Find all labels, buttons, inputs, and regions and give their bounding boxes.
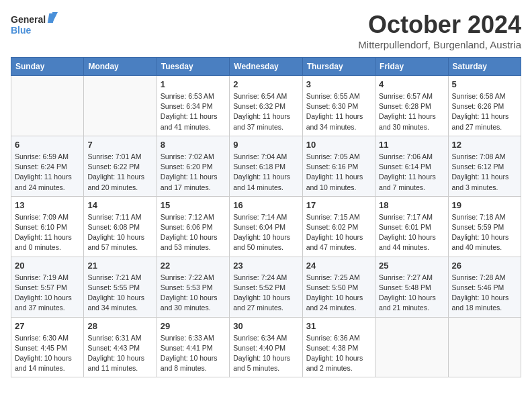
day-info: Sunrise: 7:27 AMSunset: 5:48 PMDaylight:… — [379, 273, 444, 314]
calendar-week-5: 27Sunrise: 6:30 AMSunset: 4:45 PMDayligh… — [11, 317, 521, 377]
day-number: 8 — [161, 140, 226, 150]
calendar-cell: 25Sunrise: 7:27 AMSunset: 5:48 PMDayligh… — [375, 257, 448, 317]
day-info: Sunrise: 7:22 AMSunset: 5:53 PMDaylight:… — [161, 273, 226, 314]
page-header: General Blue October 2024 Mitterpullendo… — [11, 11, 521, 50]
day-number: 11 — [379, 140, 444, 150]
day-info: Sunrise: 6:55 AMSunset: 6:30 PMDaylight:… — [306, 91, 371, 132]
day-number: 17 — [306, 200, 371, 210]
day-number: 4 — [379, 79, 444, 89]
day-number: 23 — [233, 261, 298, 271]
day-number: 16 — [233, 200, 298, 210]
calendar-cell: 24Sunrise: 7:25 AMSunset: 5:50 PMDayligh… — [302, 257, 375, 317]
calendar-cell: 20Sunrise: 7:19 AMSunset: 5:57 PMDayligh… — [11, 257, 84, 317]
day-number: 13 — [15, 200, 80, 210]
col-wednesday: Wednesday — [230, 58, 302, 76]
day-info: Sunrise: 6:57 AMSunset: 6:28 PMDaylight:… — [379, 91, 444, 132]
day-info: Sunrise: 6:36 AMSunset: 4:38 PMDaylight:… — [306, 333, 371, 374]
day-info: Sunrise: 6:34 AMSunset: 4:40 PMDaylight:… — [233, 333, 298, 374]
day-info: Sunrise: 7:04 AMSunset: 6:18 PMDaylight:… — [233, 152, 298, 193]
calendar-cell: 21Sunrise: 7:21 AMSunset: 5:55 PMDayligh… — [84, 257, 157, 317]
calendar-week-3: 13Sunrise: 7:09 AMSunset: 6:10 PMDayligh… — [11, 196, 521, 257]
day-number: 15 — [161, 200, 226, 210]
svg-text:Blue: Blue — [11, 25, 32, 36]
day-info: Sunrise: 6:30 AMSunset: 4:45 PMDaylight:… — [15, 333, 80, 374]
day-number: 10 — [306, 140, 371, 150]
calendar-cell: 9Sunrise: 7:04 AMSunset: 6:18 PMDaylight… — [230, 136, 302, 196]
day-number: 5 — [452, 79, 517, 89]
day-number: 22 — [161, 261, 226, 271]
calendar-cell: 15Sunrise: 7:12 AMSunset: 6:06 PMDayligh… — [157, 196, 229, 257]
calendar-cell: 18Sunrise: 7:17 AMSunset: 6:01 PMDayligh… — [375, 196, 448, 257]
day-number: 27 — [15, 321, 80, 331]
calendar-cell — [84, 76, 157, 136]
day-info: Sunrise: 7:06 AMSunset: 6:14 PMDaylight:… — [379, 152, 444, 193]
day-number: 2 — [233, 79, 298, 89]
day-number: 14 — [87, 200, 152, 210]
col-saturday: Saturday — [448, 58, 521, 76]
day-info: Sunrise: 7:25 AMSunset: 5:50 PMDaylight:… — [306, 273, 371, 314]
calendar-cell: 23Sunrise: 7:24 AMSunset: 5:52 PMDayligh… — [230, 257, 302, 317]
day-number: 1 — [161, 79, 226, 89]
calendar-cell: 1Sunrise: 6:53 AMSunset: 6:34 PMDaylight… — [157, 76, 229, 136]
logo-svg: General Blue — [11, 11, 58, 40]
day-info: Sunrise: 6:53 AMSunset: 6:34 PMDaylight:… — [161, 91, 226, 132]
calendar-table: Sunday Monday Tuesday Wednesday Thursday… — [11, 57, 521, 377]
month-title: October 2024 — [358, 11, 521, 39]
day-info: Sunrise: 7:02 AMSunset: 6:20 PMDaylight:… — [161, 152, 226, 193]
day-info: Sunrise: 7:12 AMSunset: 6:06 PMDaylight:… — [161, 212, 226, 253]
day-number: 25 — [379, 261, 444, 271]
calendar-cell: 30Sunrise: 6:34 AMSunset: 4:40 PMDayligh… — [230, 317, 302, 377]
calendar-cell: 17Sunrise: 7:15 AMSunset: 6:02 PMDayligh… — [302, 196, 375, 257]
col-thursday: Thursday — [302, 58, 375, 76]
location-subtitle: Mitterpullendorf, Burgenland, Austria — [358, 39, 521, 50]
day-info: Sunrise: 6:54 AMSunset: 6:32 PMDaylight:… — [233, 91, 298, 132]
calendar-cell: 6Sunrise: 6:59 AMSunset: 6:24 PMDaylight… — [11, 136, 84, 196]
calendar-cell: 11Sunrise: 7:06 AMSunset: 6:14 PMDayligh… — [375, 136, 448, 196]
day-info: Sunrise: 7:08 AMSunset: 6:12 PMDaylight:… — [452, 152, 517, 193]
day-info: Sunrise: 6:59 AMSunset: 6:24 PMDaylight:… — [15, 152, 80, 193]
day-number: 9 — [233, 140, 298, 150]
day-info: Sunrise: 7:14 AMSunset: 6:04 PMDaylight:… — [233, 212, 298, 253]
day-number: 3 — [306, 79, 371, 89]
calendar-cell: 31Sunrise: 6:36 AMSunset: 4:38 PMDayligh… — [302, 317, 375, 377]
svg-marker-3 — [52, 12, 58, 23]
calendar-cell — [11, 76, 84, 136]
day-info: Sunrise: 7:21 AMSunset: 5:55 PMDaylight:… — [87, 273, 152, 314]
calendar-cell: 5Sunrise: 6:58 AMSunset: 6:26 PMDaylight… — [448, 76, 521, 136]
col-tuesday: Tuesday — [157, 58, 229, 76]
day-number: 30 — [233, 321, 298, 331]
calendar-cell: 2Sunrise: 6:54 AMSunset: 6:32 PMDaylight… — [230, 76, 302, 136]
calendar-cell: 14Sunrise: 7:11 AMSunset: 6:08 PMDayligh… — [84, 196, 157, 257]
title-block: October 2024 Mitterpullendorf, Burgenlan… — [358, 11, 521, 50]
calendar-cell: 12Sunrise: 7:08 AMSunset: 6:12 PMDayligh… — [448, 136, 521, 196]
day-number: 6 — [15, 140, 80, 150]
calendar-week-1: 1Sunrise: 6:53 AMSunset: 6:34 PMDaylight… — [11, 76, 521, 136]
day-number: 19 — [452, 200, 517, 210]
calendar-week-4: 20Sunrise: 7:19 AMSunset: 5:57 PMDayligh… — [11, 257, 521, 317]
calendar-cell: 4Sunrise: 6:57 AMSunset: 6:28 PMDaylight… — [375, 76, 448, 136]
calendar-cell: 19Sunrise: 7:18 AMSunset: 5:59 PMDayligh… — [448, 196, 521, 257]
calendar-body: 1Sunrise: 6:53 AMSunset: 6:34 PMDaylight… — [11, 76, 521, 377]
calendar-cell: 8Sunrise: 7:02 AMSunset: 6:20 PMDaylight… — [157, 136, 229, 196]
day-info: Sunrise: 7:19 AMSunset: 5:57 PMDaylight:… — [15, 273, 80, 314]
calendar-cell: 16Sunrise: 7:14 AMSunset: 6:04 PMDayligh… — [230, 196, 302, 257]
calendar-cell: 10Sunrise: 7:05 AMSunset: 6:16 PMDayligh… — [302, 136, 375, 196]
day-number: 7 — [87, 140, 152, 150]
day-info: Sunrise: 7:18 AMSunset: 5:59 PMDaylight:… — [452, 212, 517, 253]
col-friday: Friday — [375, 58, 448, 76]
calendar-header: Sunday Monday Tuesday Wednesday Thursday… — [11, 58, 521, 76]
day-info: Sunrise: 7:17 AMSunset: 6:01 PMDaylight:… — [379, 212, 444, 253]
calendar-cell: 26Sunrise: 7:28 AMSunset: 5:46 PMDayligh… — [448, 257, 521, 317]
calendar-cell: 27Sunrise: 6:30 AMSunset: 4:45 PMDayligh… — [11, 317, 84, 377]
header-row: Sunday Monday Tuesday Wednesday Thursday… — [11, 58, 521, 76]
day-info: Sunrise: 7:05 AMSunset: 6:16 PMDaylight:… — [306, 152, 371, 193]
calendar-cell: 13Sunrise: 7:09 AMSunset: 6:10 PMDayligh… — [11, 196, 84, 257]
svg-text:General: General — [11, 14, 46, 25]
day-number: 26 — [452, 261, 517, 271]
day-info: Sunrise: 6:33 AMSunset: 4:41 PMDaylight:… — [161, 333, 226, 374]
day-info: Sunrise: 7:24 AMSunset: 5:52 PMDaylight:… — [233, 273, 298, 314]
day-number: 18 — [379, 200, 444, 210]
day-info: Sunrise: 7:15 AMSunset: 6:02 PMDaylight:… — [306, 212, 371, 253]
calendar-cell — [375, 317, 448, 377]
calendar-cell — [448, 317, 521, 377]
